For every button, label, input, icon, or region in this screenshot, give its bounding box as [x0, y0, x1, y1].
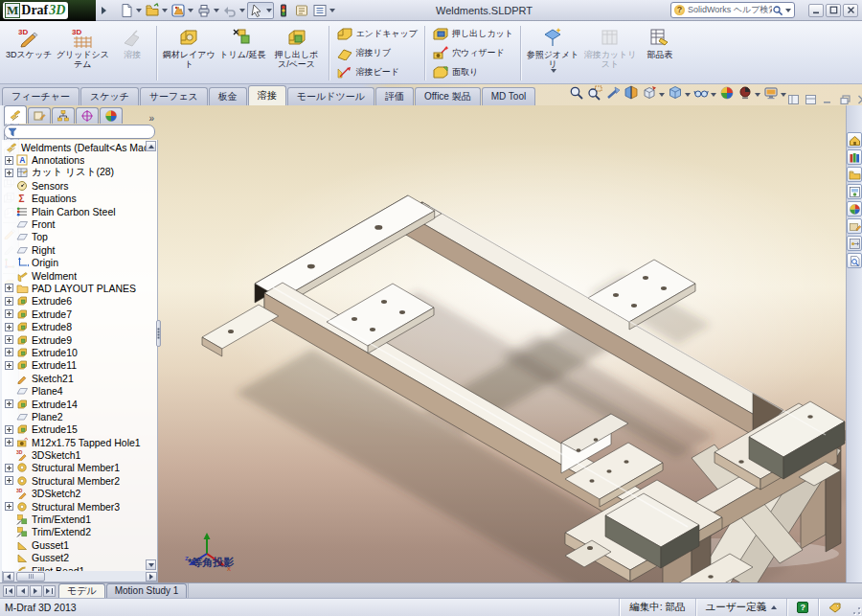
tab-8[interactable]: MD Tool — [482, 87, 536, 105]
expand-toggle[interactable] — [5, 309, 13, 318]
expand-toggle[interactable] — [5, 297, 13, 306]
first-tab-button[interactable] — [3, 585, 15, 597]
view-list-dropdown-icon[interactable] — [329, 9, 335, 12]
panel-splitter-handle[interactable] — [156, 320, 161, 347]
expand-toggle[interactable] — [5, 335, 13, 344]
tree-row[interactable]: Extrude6 — [2, 295, 157, 308]
zoom-area-button[interactable] — [587, 85, 602, 104]
tree-row[interactable]: Plain Carbon Steel — [2, 205, 157, 217]
tree-row[interactable]: Plane4 — [2, 384, 157, 397]
custom-properties-tab[interactable] — [847, 218, 862, 234]
tree-horizontal-scrollbar[interactable] — [2, 571, 158, 582]
print-dropdown-icon[interactable] — [214, 9, 219, 12]
select-dropdown-icon[interactable] — [266, 9, 272, 12]
file-explorer-tab[interactable] — [847, 167, 862, 182]
scene-button[interactable] — [737, 85, 760, 104]
tree-scroll-left-button[interactable] — [3, 572, 14, 582]
tree-row[interactable]: Fillet Bead1 — [2, 564, 157, 571]
minimize-button[interactable] — [808, 4, 824, 17]
solidworks-resources-tab[interactable] — [847, 132, 862, 148]
tree-row[interactable]: PAD LAYOUT PLANES — [2, 282, 157, 294]
tab-6[interactable]: 評価 — [375, 87, 414, 105]
tree-row[interactable]: Structural Member2 — [2, 474, 157, 487]
dimxpertmanager-tab[interactable] — [76, 107, 99, 124]
tree-row[interactable]: M12x1.75 Tapped Hole1 — [2, 436, 157, 448]
ribbon-button-end-cap[interactable]: エンドキャップ — [332, 25, 421, 43]
tree-row[interactable]: Extrude10 — [2, 346, 157, 358]
tree-row[interactable]: ΣEquations — [2, 193, 157, 205]
ribbon-button-bom[interactable]: 部品表 — [639, 23, 681, 60]
propertymanager-tab[interactable] — [28, 107, 51, 124]
hide-show-items-dropdown-icon[interactable] — [711, 93, 716, 97]
expand-toggle[interactable] — [5, 425, 13, 434]
tree-scrollbar-thumb[interactable] — [16, 572, 45, 582]
tab-4[interactable]: 溶接 — [248, 85, 286, 105]
ribbon-button-hole-wizard[interactable]: 穴ウィザード — [428, 44, 509, 62]
tab-2[interactable]: サーフェス — [140, 87, 208, 105]
open-dropdown-icon[interactable] — [162, 9, 168, 12]
appearances-button[interactable] — [719, 85, 735, 104]
expand-toggle[interactable] — [5, 284, 13, 292]
displaymanager-tab[interactable] — [100, 107, 123, 124]
tree-row[interactable]: Structural Member3 — [2, 500, 157, 513]
document-recovery-tab[interactable] — [847, 253, 862, 268]
expand-toggle[interactable] — [5, 464, 13, 472]
tree-row[interactable]: Extrude15 — [2, 423, 157, 436]
expand-toggle[interactable] — [5, 502, 13, 511]
ribbon-button-trim-extend[interactable]: トリム/延長 — [217, 23, 267, 60]
tab-5[interactable]: モールドツール — [287, 87, 374, 105]
configurationmanager-tab[interactable] — [52, 107, 75, 124]
tree-row[interactable]: Extrude14 — [2, 398, 157, 410]
tree-row[interactable]: Top — [2, 231, 157, 243]
close-button[interactable] — [843, 4, 858, 17]
featuremanager-tree-tab[interactable] — [4, 105, 27, 124]
design-library-tab[interactable] — [847, 149, 862, 165]
logo-expand-arrow-icon[interactable] — [102, 7, 106, 14]
tree-row[interactable]: Trim/Extend2 — [2, 526, 157, 538]
tab-0[interactable]: フィーチャー — [2, 87, 79, 105]
doc-restore-button[interactable] — [838, 93, 852, 105]
tree-row[interactable]: Sketch21 — [2, 372, 157, 384]
expand-toggle[interactable] — [5, 399, 13, 408]
undo-dropdown-icon[interactable] — [239, 9, 245, 12]
tree-row[interactable]: Right — [2, 243, 157, 256]
tree-row[interactable]: Extrude9 — [2, 333, 157, 346]
view-list-button[interactable] — [311, 2, 336, 19]
expand-toggle[interactable] — [5, 348, 13, 356]
tree-row[interactable]: Structural Member1 — [2, 462, 157, 474]
reference-geometry-dropdown-icon[interactable] — [551, 69, 556, 73]
expand-toggle[interactable] — [5, 169, 13, 177]
search-icon[interactable] — [772, 5, 783, 16]
pane-top-button[interactable] — [804, 93, 818, 105]
model-tab-1[interactable]: Motion Study 1 — [106, 583, 188, 598]
ribbon-button-extrude-boss[interactable]: 押し出しボス/ベース — [268, 23, 326, 70]
tree-filter-input[interactable] — [4, 125, 155, 139]
ribbon-button-reference-geometry[interactable]: 参照ジオメトリ — [524, 23, 581, 74]
ribbon-button-steel-layout[interactable]: 鋼材レイアウト — [160, 23, 217, 70]
view-orientation-button[interactable] — [642, 85, 665, 104]
restore-button[interactable] — [826, 4, 841, 17]
tree-row[interactable]: 3D3DSketch2 — [2, 488, 157, 500]
tree-row[interactable]: Front — [2, 217, 157, 230]
last-tab-button[interactable] — [43, 585, 56, 597]
ribbon-button-weld-rib[interactable]: 溶接リブ — [332, 44, 395, 62]
tree-scroll-up-button[interactable] — [146, 141, 156, 151]
tree-row[interactable]: Trim/Extend1 — [2, 513, 157, 525]
built-in-libraries-tab[interactable] — [847, 236, 862, 251]
search-dropdown-icon[interactable] — [785, 9, 791, 12]
doc-minimize-button[interactable] — [821, 93, 835, 105]
ribbon-button-sketch-3d[interactable]: 3D3Dスケッチ — [4, 23, 54, 60]
new-button[interactable] — [118, 2, 143, 19]
undo-button[interactable] — [221, 2, 246, 19]
section-view-button[interactable] — [624, 85, 639, 104]
help-search-box[interactable]: ? SolidWorks ヘルプ検索 — [670, 2, 795, 18]
expand-toggle[interactable] — [5, 323, 13, 331]
tree-row[interactable]: Extrude7 — [2, 308, 157, 320]
properties-button[interactable] — [293, 2, 310, 19]
expand-toggle[interactable] — [5, 156, 13, 165]
model-tab-0[interactable]: モデル — [58, 583, 105, 598]
pane-left-button[interactable] — [786, 93, 801, 105]
expand-toggle[interactable] — [5, 438, 13, 446]
hide-show-items-button[interactable] — [693, 85, 716, 104]
panel-overflow-button[interactable]: » — [148, 113, 154, 124]
